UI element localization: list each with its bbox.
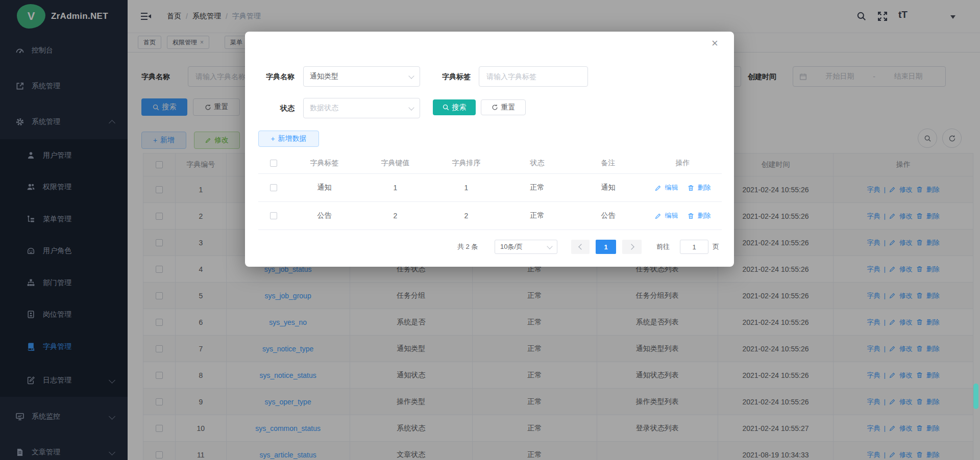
- scrollbar-thumb[interactable]: [973, 384, 978, 409]
- cell-dict-remark: 通知: [573, 174, 644, 201]
- modal-row-edit-link[interactable]: 编辑: [665, 183, 678, 192]
- next-page-button[interactable]: [622, 240, 642, 254]
- modal-row-checkbox[interactable]: [270, 184, 277, 191]
- modal-status-select[interactable]: 数据状态: [303, 98, 420, 118]
- cell-dict-ops: 编辑 删除: [644, 174, 722, 201]
- cell-dict-label: 公告: [289, 202, 360, 229]
- cell-dict-status: 正常: [502, 202, 573, 229]
- modal-select-all-checkbox[interactable]: [270, 160, 277, 167]
- chevron-down-icon: [547, 243, 552, 249]
- dict-data-table-header: 字典标签 字典键值 字典排序 状态 备注 操作: [258, 153, 722, 174]
- modal-status-label: 状态: [258, 98, 295, 118]
- cell-dict-label: 通知: [289, 174, 360, 201]
- modal-dict-name-label: 字典名称: [258, 66, 295, 87]
- edit-pen-icon: [655, 185, 662, 191]
- dict-data-row: 通知 1 1 正常 通知 编辑 删除: [258, 174, 722, 202]
- page-1-button[interactable]: 1: [596, 240, 616, 254]
- modal-row-checkbox[interactable]: [270, 212, 277, 219]
- modal-dict-tag-label: 字典标签: [435, 66, 471, 87]
- modal-search-button[interactable]: 搜索: [433, 99, 476, 115]
- cell-dict-remark: 公告: [573, 202, 644, 229]
- modal-dict-name-select[interactable]: 通知类型: [303, 66, 420, 87]
- dict-data-row: 公告 2 2 正常 公告 编辑 删除: [258, 202, 722, 230]
- goto-unit-label: 页: [713, 240, 719, 254]
- cell-dict-sort: 1: [431, 174, 502, 201]
- cell-dict-status: 正常: [502, 174, 573, 201]
- modal-add-data-button[interactable]: +新增数据: [258, 131, 319, 147]
- edit-pen-icon: [655, 213, 662, 219]
- modal-row-delete-link[interactable]: 删除: [698, 211, 711, 220]
- modal-dict-tag-input[interactable]: [479, 66, 588, 87]
- dict-data-table: 字典标签 字典键值 字典排序 状态 备注 操作 通知 1 1 正常 通知 编辑: [258, 153, 722, 230]
- cell-dict-sort: 2: [431, 202, 502, 229]
- modal-row-delete-link[interactable]: 删除: [698, 183, 711, 192]
- goto-label: 前往: [656, 240, 670, 254]
- pagination-total: 共 2 条: [457, 240, 478, 254]
- prev-page-button[interactable]: [571, 240, 590, 254]
- close-icon[interactable]: ×: [712, 38, 718, 49]
- modal-row-edit-link[interactable]: 编辑: [665, 211, 678, 220]
- cell-dict-value: 1: [360, 174, 431, 201]
- dict-data-dialog: × 字典名称 通知类型 字典标签 状态 数据状态 搜索 重置 +新增数据: [245, 32, 734, 267]
- page-size-select[interactable]: 10条/页: [495, 240, 557, 254]
- app-screen: V ZrAdmin.NET 控制台 系统管理 系统管理 用户管理: [0, 0, 980, 460]
- chevron-down-icon: [408, 105, 414, 110]
- goto-page-input[interactable]: [680, 240, 708, 254]
- cell-dict-ops: 编辑 删除: [644, 202, 722, 229]
- modal-reset-button[interactable]: 重置: [481, 99, 526, 115]
- trash-icon: [688, 185, 694, 191]
- cell-dict-value: 2: [360, 202, 431, 229]
- trash-icon: [688, 213, 694, 219]
- chevron-down-icon: [408, 73, 414, 79]
